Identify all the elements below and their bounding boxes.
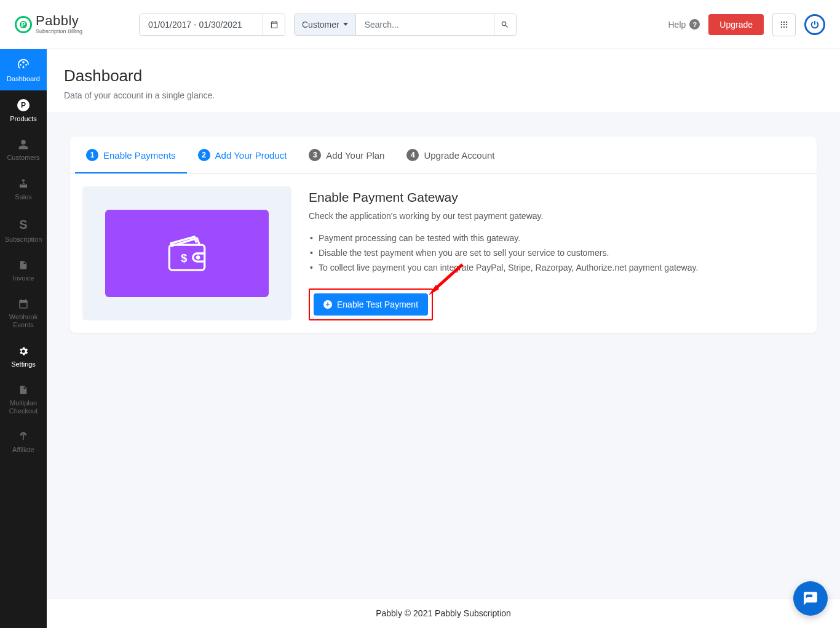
power-icon bbox=[810, 20, 820, 30]
tab-enable-payments[interactable]: 1 Enable Payments bbox=[75, 137, 187, 173]
apps-grid-icon bbox=[780, 20, 788, 29]
step-tabs: 1 Enable Payments 2 Add Your Product 3 A… bbox=[70, 137, 817, 174]
page-title: Dashboard bbox=[64, 66, 823, 85]
sidebar-item-subscription[interactable]: S Subscription bbox=[0, 209, 47, 251]
brand-logo[interactable]: Pabbly Subscription Billing bbox=[15, 14, 138, 34]
cta-highlight-box: + Enable Test Payment bbox=[309, 288, 433, 320]
sidebar-item-dashboard[interactable]: Dashboard bbox=[0, 49, 47, 90]
page-subtitle: Data of your account in a single glance. bbox=[64, 90, 823, 100]
svg-point-9 bbox=[23, 434, 25, 436]
plus-circle-icon: + bbox=[323, 300, 332, 309]
main-content: Dashboard Data of your account in a sing… bbox=[47, 49, 840, 628]
step-number: 4 bbox=[406, 149, 419, 161]
list-item: Payment processing can be tested with th… bbox=[309, 231, 804, 245]
footer-text: Pabbly © 2021 Pabbly Subscription bbox=[376, 608, 511, 618]
gateway-title: Enable Payment Gateway bbox=[309, 190, 804, 205]
date-range-group bbox=[139, 14, 285, 36]
gateway-bullets: Payment processing can be tested with th… bbox=[309, 231, 804, 275]
page-header: Dashboard Data of your account in a sing… bbox=[47, 49, 840, 113]
svg-point-5 bbox=[786, 23, 787, 25]
sidebar-item-invoice[interactable]: Invoice bbox=[0, 251, 47, 290]
letter-s-icon: S bbox=[19, 217, 27, 232]
tab-add-plan[interactable]: 3 Add Your Plan bbox=[298, 137, 395, 173]
document-icon bbox=[18, 384, 28, 395]
apps-button[interactable] bbox=[772, 13, 796, 36]
svg-text:$: $ bbox=[181, 252, 187, 264]
sidebar-item-customers[interactable]: Customers bbox=[0, 130, 47, 169]
tab-upgrade-account[interactable]: 4 Upgrade Account bbox=[395, 137, 505, 173]
hand-dollar-icon bbox=[18, 178, 29, 189]
user-icon bbox=[18, 139, 29, 150]
onboarding-widget: 1 Enable Payments 2 Add Your Product 3 A… bbox=[70, 137, 817, 333]
sidebar-item-products[interactable]: P Products bbox=[0, 90, 47, 130]
brand-icon bbox=[15, 16, 32, 33]
sidebar-item-affiliate[interactable]: Affiliate bbox=[0, 423, 47, 461]
gear-icon bbox=[18, 346, 29, 357]
step-number: 2 bbox=[198, 149, 210, 161]
step-number: 1 bbox=[86, 149, 98, 161]
tab-add-product[interactable]: 2 Add Your Product bbox=[187, 137, 298, 173]
svg-point-7 bbox=[783, 26, 785, 27]
wallet-illustration: $ bbox=[105, 210, 269, 297]
svg-point-4 bbox=[783, 23, 785, 25]
svg-point-0 bbox=[781, 21, 782, 22]
date-range-input[interactable] bbox=[140, 14, 263, 35]
list-item: To collect live payment you can integrat… bbox=[309, 260, 804, 275]
svg-point-6 bbox=[781, 26, 782, 27]
sidebar-item-settings[interactable]: Settings bbox=[0, 337, 47, 376]
calendar-button[interactable] bbox=[263, 14, 285, 35]
svg-point-2 bbox=[786, 21, 787, 22]
sidebar-item-sales[interactable]: Sales bbox=[0, 170, 47, 209]
svg-point-8 bbox=[786, 26, 787, 27]
brand-tagline: Subscription Billing bbox=[36, 29, 82, 34]
calendar-icon bbox=[270, 20, 279, 29]
list-item: Disable the test payment when you are se… bbox=[309, 245, 804, 260]
power-button[interactable] bbox=[804, 14, 825, 35]
gateway-description: Check the application's working by our t… bbox=[309, 211, 804, 221]
search-scope-dropdown[interactable]: Customer bbox=[295, 14, 356, 35]
search-button[interactable] bbox=[494, 14, 516, 35]
document-icon bbox=[18, 260, 28, 271]
help-icon: ? bbox=[689, 19, 700, 30]
broadcast-icon bbox=[18, 431, 29, 442]
svg-point-3 bbox=[781, 23, 782, 25]
gauge-icon bbox=[17, 58, 30, 71]
sidebar-item-multiplan-checkout[interactable]: Multiplan Checkout bbox=[0, 376, 47, 423]
search-group: Customer bbox=[294, 14, 517, 36]
calendar-icon bbox=[18, 298, 29, 309]
top-bar: Pabbly Subscription Billing Customer Hel… bbox=[0, 0, 840, 49]
enable-test-payment-button[interactable]: + Enable Test Payment bbox=[314, 293, 428, 316]
illustration-box: $ bbox=[82, 186, 291, 320]
sidebar: Dashboard P Products Customers Sales S S… bbox=[0, 49, 47, 628]
svg-point-11 bbox=[197, 256, 199, 258]
product-p-icon: P bbox=[17, 99, 30, 111]
svg-point-1 bbox=[783, 21, 785, 22]
help-link[interactable]: Help ? bbox=[668, 19, 700, 30]
chat-icon bbox=[802, 590, 818, 606]
gateway-info: Enable Payment Gateway Check the applica… bbox=[309, 186, 804, 320]
top-right-controls: Help ? Upgrade bbox=[668, 13, 826, 36]
step-number: 3 bbox=[309, 149, 321, 161]
footer: Pabbly © 2021 Pabbly Subscription bbox=[47, 598, 840, 628]
wallet-icon: $ bbox=[162, 231, 212, 276]
brand-name: Pabbly bbox=[36, 14, 82, 28]
chat-widget-button[interactable] bbox=[793, 581, 828, 616]
search-input[interactable] bbox=[356, 14, 494, 35]
search-icon bbox=[501, 20, 509, 29]
sidebar-item-webhook-events[interactable]: Webhook Events bbox=[0, 290, 47, 336]
upgrade-button[interactable]: Upgrade bbox=[708, 14, 764, 35]
